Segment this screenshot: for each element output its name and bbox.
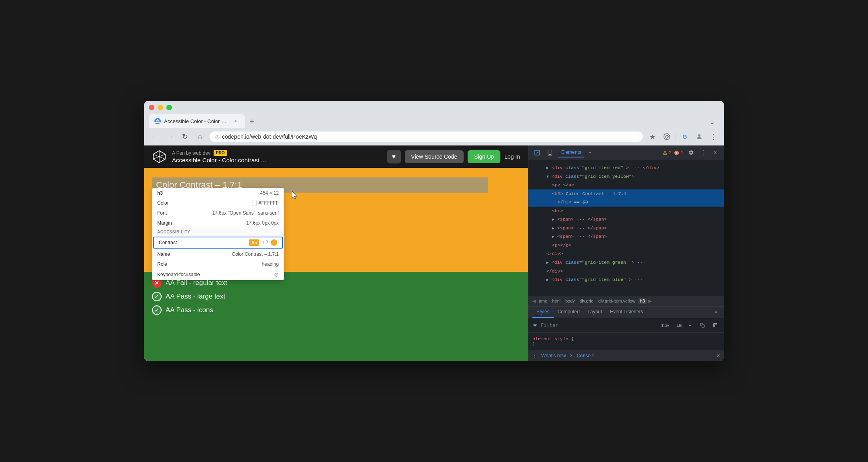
extensions-button[interactable]	[661, 131, 672, 142]
tabs-expand-button[interactable]: ⌄	[705, 116, 719, 128]
codepen-header: A Pen by web.dev PRO Accessible Color - …	[144, 145, 528, 168]
bottom-console[interactable]: Console	[577, 353, 594, 358]
devtools-toolbar-actions: ⋮ ×	[686, 148, 720, 157]
inspector-margin-label: Margin	[157, 220, 172, 226]
pro-badge: PRO	[214, 150, 227, 156]
google-button[interactable]: G	[679, 131, 690, 142]
browser-chrome: Accessible Color - Color cont... × + ⌄	[144, 101, 724, 128]
menu-button[interactable]: ⋮	[708, 131, 719, 142]
inspector-accessibility-header: ACCESSIBILITY	[152, 228, 284, 236]
expand-arrow-14[interactable]: ▶	[546, 278, 549, 282]
bottom-dots[interactable]: ⋮	[532, 353, 537, 358]
view-source-button[interactable]: View Source Code	[405, 150, 464, 163]
breadcrumb-ame[interactable]: ame	[537, 298, 549, 304]
tree-line-4[interactable]: <h3> Color Contrast – 1.7:1	[528, 189, 724, 198]
inspector-name-label: Name	[157, 251, 170, 257]
tab-favicon	[154, 118, 161, 124]
breadcrumb-body[interactable]: body	[564, 298, 576, 304]
login-button[interactable]: Log In	[504, 153, 520, 160]
breadcrumb-back-arrow[interactable]: ◀	[532, 299, 536, 304]
tree-line-7[interactable]: ▶ <span> ··· </span>	[528, 215, 724, 224]
inspector-contrast-row: Contrast Aa 1.7 !	[153, 237, 283, 249]
devtools-tabs: Elements »	[558, 148, 659, 157]
style-tab-computed[interactable]: Computed	[554, 307, 584, 318]
bottom-close-button[interactable]: ×	[717, 352, 720, 359]
tree-line-6[interactable]: <br>	[528, 207, 724, 215]
devtools-tab-elements[interactable]: Elements	[558, 148, 584, 157]
expand-arrow-9[interactable]: ▶	[552, 235, 554, 239]
expand-arrow-2[interactable]: ▼	[546, 175, 549, 179]
color-swatch	[252, 201, 257, 205]
signup-button[interactable]: Sign Up	[468, 150, 500, 163]
elements-tree[interactable]: ▶ <div class="grid-item red" > ··· </div…	[528, 160, 724, 296]
tree-line-9[interactable]: ▶ <span> ··· </span>	[528, 232, 724, 241]
styles-filter-input[interactable]	[541, 323, 658, 328]
browser-content: A Pen by web.dev PRO Accessible Color - …	[144, 145, 724, 361]
tree-line-8[interactable]: ▶ <span> ··· </span>	[528, 224, 724, 233]
devtools-settings-button[interactable]	[686, 148, 696, 157]
codepen-actions: ♥ View Source Code Sign Up Log In	[387, 150, 520, 163]
devtools-close-button[interactable]: ×	[710, 148, 720, 157]
style-tab-more[interactable]: »	[712, 307, 720, 317]
heart-button[interactable]: ♥	[387, 150, 401, 163]
filter-layout-button[interactable]	[710, 321, 720, 330]
close-button[interactable]	[149, 105, 154, 110]
aa-pass-large-label: AA Pass - large text	[166, 293, 225, 301]
filter-copy-button[interactable]	[698, 321, 707, 330]
tree-line-11[interactable]: </div>	[528, 249, 724, 258]
filter-cls[interactable]: .cls	[676, 323, 682, 328]
active-tab[interactable]: Accessible Color - Color cont... ×	[149, 114, 245, 128]
filter-hov[interactable]: :hov	[661, 323, 669, 328]
address-actions: ★ G ⋮	[647, 131, 719, 142]
profile-button[interactable]	[694, 131, 705, 142]
breadcrumb-divgrid-yellow[interactable]: div.grid-item.yellow	[597, 298, 637, 304]
style-tab-event-listeners[interactable]: Event Listeners	[606, 307, 647, 318]
inspector-name-row: Name Color Contrast – 1.7:1	[152, 249, 284, 259]
devtools-more-button[interactable]: ⋮	[698, 148, 708, 157]
breadcrumb-forward-arrow[interactable]: ▶	[648, 299, 652, 304]
expand-arrow-12[interactable]: ▶	[546, 261, 549, 265]
devtools-tab-more[interactable]: »	[585, 148, 594, 157]
breadcrumb-divgrid[interactable]: div.grid	[578, 298, 595, 304]
back-button[interactable]: ←	[149, 131, 160, 142]
refresh-button[interactable]: ↻	[179, 131, 190, 142]
breadcrumb-h3[interactable]: h3	[638, 298, 646, 304]
inspector-color-label: Color	[157, 200, 169, 206]
style-tab-styles[interactable]: Styles	[532, 307, 554, 318]
minimize-button[interactable]	[158, 105, 163, 110]
green-section: ✕ AA Fail - regular text ✓ AA Pass - lar…	[144, 272, 528, 361]
bookmark-button[interactable]: ★	[647, 131, 658, 142]
address-bar-input[interactable]: ◎ codepen.io/web-dot-dev/full/PoeKzWq	[210, 131, 643, 142]
traffic-lights	[149, 105, 719, 110]
tree-line-3[interactable]: <p> </p>	[528, 181, 724, 189]
tree-line-12[interactable]: ▶ <div class="grid-item green" > ···	[528, 258, 724, 267]
bottom-close-x[interactable]: ×	[570, 353, 573, 358]
styles-panel: Styles Computed Layout Event Listeners »…	[528, 306, 724, 350]
expand-arrow-7[interactable]: ▶	[552, 217, 554, 222]
tree-line-10[interactable]: <p></p>	[528, 241, 724, 250]
devtools-toolbar: Elements » 2 ! 1	[528, 145, 724, 160]
bottom-whats-new[interactable]: What's new	[541, 353, 566, 358]
svg-rect-13	[702, 325, 705, 328]
devtools-alert: 2	[662, 150, 672, 155]
inspector-role-value: heading	[262, 261, 279, 267]
devtools-bottom-bar: ⋮ What's new × Console ×	[528, 350, 724, 361]
expand-arrow-1[interactable]: ▶	[546, 166, 549, 170]
devtools-device-button[interactable]	[545, 148, 555, 157]
tab-close-button[interactable]: ×	[232, 117, 239, 125]
breadcrumb-html[interactable]: html	[550, 298, 562, 304]
tree-line-2[interactable]: ▼ <div class="grid-item yellow">	[528, 172, 724, 181]
filter-plus[interactable]: +	[689, 323, 691, 328]
demo-area: Color Contrast – 1.7:1 h3	[144, 168, 528, 361]
style-tab-layout[interactable]: Layout	[584, 307, 606, 318]
expand-arrow-8[interactable]: ▶	[552, 226, 554, 231]
tree-line-13[interactable]: </div>	[528, 267, 724, 276]
new-tab-button[interactable]: +	[246, 116, 258, 128]
home-button[interactable]: ⌂	[194, 131, 206, 142]
devtools-inspect-button[interactable]	[532, 148, 542, 157]
tree-line-14[interactable]: ▶ <div class="grid-item blue" > ···	[528, 275, 724, 284]
tree-line-1[interactable]: ▶ <div class="grid-item red" > ··· </div…	[528, 163, 724, 172]
tree-line-5[interactable]: </h3> == $0	[528, 198, 724, 207]
forward-button[interactable]: →	[164, 131, 175, 142]
maximize-button[interactable]	[166, 105, 172, 110]
